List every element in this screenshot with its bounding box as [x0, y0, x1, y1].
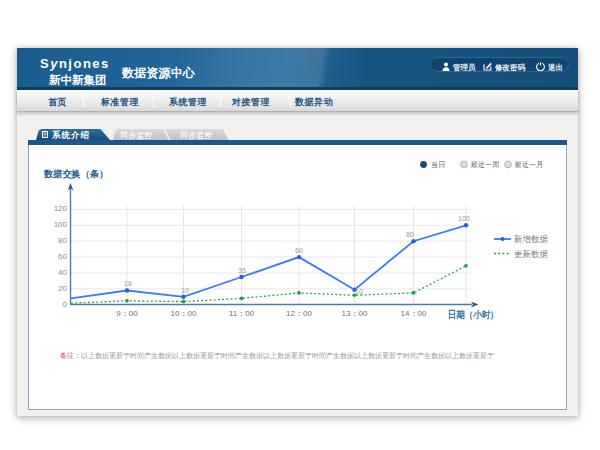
svg-text:新增数据: 新增数据 [514, 234, 549, 244]
svg-text:最近一周: 最近一周 [471, 160, 500, 169]
svg-text:最近一月: 最近一月 [515, 160, 544, 169]
svg-text:当日: 当日 [431, 160, 445, 169]
svg-text:100: 100 [54, 220, 68, 229]
svg-text:12：00: 12：00 [286, 309, 312, 318]
svg-text:120: 120 [54, 204, 68, 213]
svg-text:11：00: 11：00 [229, 309, 255, 318]
svg-text:更新数据: 更新数据 [514, 249, 549, 259]
svg-text:日期（小时）: 日期（小时） [448, 309, 499, 321]
svg-text:18: 18 [124, 280, 132, 287]
svg-text:数据交换（条）: 数据交换（条） [43, 168, 108, 179]
svg-text:14：00: 14：00 [401, 309, 427, 318]
svg-text:60: 60 [58, 252, 67, 261]
svg-text:20: 20 [58, 284, 67, 293]
svg-text:10：00: 10：00 [171, 309, 197, 318]
svg-text:9：00: 9：00 [116, 309, 138, 318]
svg-text:10: 10 [181, 287, 189, 294]
svg-text:0: 0 [63, 300, 68, 309]
svg-text:13：00: 13：00 [342, 309, 368, 318]
svg-text:35: 35 [238, 267, 246, 274]
svg-text:100: 100 [458, 215, 470, 222]
svg-text:10: 10 [355, 288, 363, 295]
svg-text:40: 40 [58, 268, 67, 277]
svg-text:80: 80 [58, 236, 67, 245]
svg-text:80: 80 [406, 231, 414, 238]
svg-text:60: 60 [295, 247, 303, 254]
